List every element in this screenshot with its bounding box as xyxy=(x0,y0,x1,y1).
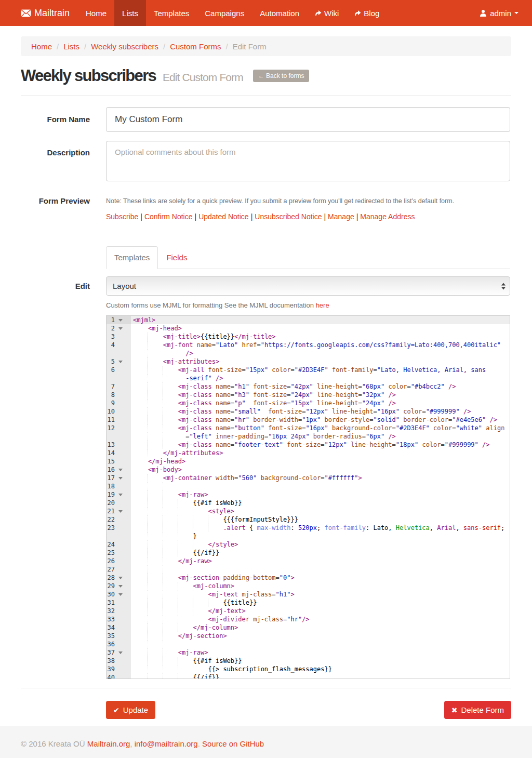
back-arrow-icon: ← xyxy=(258,72,266,79)
forward-icon xyxy=(354,10,361,16)
footer-link-info-mailtrain-org[interactable]: info@mailtrain.org xyxy=(135,739,198,748)
back-to-forms-button[interactable]: ← Back to forms xyxy=(253,70,310,82)
code-line-24: 24 </style> xyxy=(107,540,510,549)
breadcrumb-current: Edit Form xyxy=(233,42,267,51)
code-line-25: 25 {{/if}} xyxy=(107,549,510,557)
code-line-12: 12 <mj-class name="button" font-size="16… xyxy=(107,424,510,432)
select-arrows-icon xyxy=(501,283,506,289)
code-line-32: 32 </mj-text> xyxy=(107,607,510,615)
description-label: Description xyxy=(21,141,98,183)
code-line-6: 6 <mj-all font-size="15px" color="#2D3E4… xyxy=(107,366,510,374)
nav-item-home[interactable]: Home xyxy=(78,0,114,26)
forward-icon xyxy=(315,10,322,16)
code-line-5: 5 <mj-attributes> xyxy=(107,357,510,366)
edit-label: Edit xyxy=(21,276,98,679)
x-icon: ✖ xyxy=(451,706,458,714)
user-label: admin xyxy=(490,9,511,18)
code-line-11: 11 <mj-class name="hr" border-width="1px… xyxy=(107,416,510,424)
code-line-35: 35 </mj-section> xyxy=(107,632,510,640)
code-line-28: 28 <mj-section padding-bottom="0"> xyxy=(107,574,510,582)
tab-fields[interactable]: Fields xyxy=(158,246,195,269)
code-line-23: 23 .alert { max-width: 520px; font-famil… xyxy=(107,524,510,532)
code-line-wrap: ="left" inner-padding="16px 24px" border… xyxy=(107,432,510,441)
update-button[interactable]: ✔ Update xyxy=(106,701,155,719)
delete-form-button[interactable]: ✖ Delete Form xyxy=(444,701,511,719)
breadcrumb: Home/Lists/Weekly subscribers/Custom For… xyxy=(21,36,511,56)
code-line-22: 22 {{{formInputStyle}}} xyxy=(107,515,510,524)
nav-item-campaigns[interactable]: Campaigns xyxy=(197,0,252,26)
code-line-17: 17 <mj-container width="560" background-… xyxy=(107,474,510,482)
code-line-40: 40 {{/if}} xyxy=(107,673,510,679)
form-name-input[interactable] xyxy=(106,107,510,132)
description-textarea[interactable] xyxy=(106,141,510,181)
mjml-help-text: Custom forms use MJML for formatting See… xyxy=(106,301,510,309)
breadcrumb-custom-forms[interactable]: Custom Forms xyxy=(170,42,221,51)
form-name-label: Form Name xyxy=(21,107,98,132)
code-line-7: 7 <mj-class name="h1" font-size="42px" l… xyxy=(107,382,510,391)
code-line-10: 10 <mj-class name="small" font-size="12p… xyxy=(107,407,510,416)
code-line-16: 16 <mj-body> xyxy=(107,466,510,474)
code-line-38: 38 {{#if isWeb}} xyxy=(107,657,510,665)
code-line-31: 31 {{title}} xyxy=(107,599,510,607)
edit-template-select[interactable]: Layout xyxy=(106,276,510,296)
breadcrumb-lists[interactable]: Lists xyxy=(63,42,79,51)
bottom-divider xyxy=(21,688,511,688)
check-icon: ✔ xyxy=(113,706,119,714)
code-line-9: 9 <mj-class name="p" font-size="15px" li… xyxy=(107,399,510,407)
nav-item-lists[interactable]: Lists xyxy=(114,0,146,26)
code-line-4: 4 <mj-font name="Lato" href="https://fon… xyxy=(107,341,510,349)
code-line-36: 36 xyxy=(107,640,510,648)
brand[interactable]: Mailtrain xyxy=(21,0,70,26)
navbar: Mailtrain HomeListsTemplatesCampaignsAut… xyxy=(0,0,532,26)
preview-note: Note: These links are solely for a quick… xyxy=(106,196,510,206)
user-menu[interactable]: admin xyxy=(472,0,532,26)
code-line-wrap: -serif" /> xyxy=(107,374,510,382)
code-line-30: 30 <mj-text mj-class="h1"> xyxy=(107,590,510,599)
page-subtitle: Edit Custom Form xyxy=(163,71,243,83)
code-line-26: 26 </mj-raw> xyxy=(107,557,510,565)
code-line-29: 29 <mj-column> xyxy=(107,582,510,590)
nav-item-templates[interactable]: Templates xyxy=(146,0,197,26)
breadcrumb-weekly-subscribers[interactable]: Weekly subscribers xyxy=(91,42,158,51)
code-line-3: 3 <mj-title>{{title}}</mj-title> xyxy=(107,333,510,341)
envelope-icon xyxy=(21,9,31,17)
code-line-33: 33 <mj-divider mj-class="hr"/> xyxy=(107,615,510,623)
code-line-2: 2 <mj-head> xyxy=(107,324,510,333)
breadcrumb-home[interactable]: Home xyxy=(31,42,52,51)
footer-link-source-on-github[interactable]: Source on GitHub xyxy=(202,739,264,748)
mjml-doc-link[interactable]: here xyxy=(316,301,329,309)
preview-link-manage[interactable]: Manage xyxy=(328,212,354,221)
footer-link-mailtrain-org[interactable]: Mailtrain.org xyxy=(87,739,130,748)
caret-down-icon xyxy=(514,12,518,14)
preview-link-confirm-notice[interactable]: Confirm Notice xyxy=(144,212,193,221)
code-line-39: 39 {{> subscription_flash_messages}} xyxy=(107,665,510,673)
preview-link-subscribe[interactable]: Subscribe xyxy=(106,212,138,221)
code-line-14: 14 </mj-attributes> xyxy=(107,449,510,457)
code-line-8: 8 <mj-class name="h3" font-size="24px" l… xyxy=(107,391,510,399)
code-line-13: 13 <mj-class name="footer-text" font-siz… xyxy=(107,441,510,449)
code-line-wrap: /> xyxy=(107,349,510,357)
code-line-19: 19 <mj-raw> xyxy=(107,490,510,499)
preview-link-updated-notice[interactable]: Updated Notice xyxy=(198,212,249,221)
tab-templates[interactable]: Templates xyxy=(106,246,158,269)
nav-item-automation[interactable]: Automation xyxy=(252,0,307,26)
brand-label: Mailtrain xyxy=(34,8,70,19)
code-line-1: 1<mjml> xyxy=(107,316,510,324)
select-value: Layout xyxy=(113,282,136,290)
code-line-20: 20 {{#if isWeb}} xyxy=(107,499,510,507)
footer: © 2016 Kreata OÜ Mailtrain.org, info@mai… xyxy=(0,726,532,758)
code-line-wrap: } xyxy=(107,532,510,540)
nav-item-wiki[interactable]: Wiki xyxy=(307,0,347,26)
user-icon xyxy=(480,9,487,17)
preview-link-unsubscribed-notice[interactable]: Unsubscribed Notice xyxy=(255,212,322,221)
page-title: Weekly subscribers Edit Custom Form ← Ba… xyxy=(21,67,511,87)
code-line-27: 27 xyxy=(107,565,510,574)
code-line-21: 21 <style> xyxy=(107,507,510,515)
code-editor[interactable]: 1<mjml>2 <mj-head>3 <mj-title>{{title}}<… xyxy=(106,315,510,679)
code-line-15: 15 </mj-head> xyxy=(107,457,510,466)
preview-links: Subscribe|Confirm Notice|Updated Notice|… xyxy=(106,212,510,221)
nav-item-blog[interactable]: Blog xyxy=(347,0,387,26)
code-line-37: 37 <mj-raw> xyxy=(107,648,510,657)
code-line-18: 18 xyxy=(107,482,510,490)
preview-link-manage-address[interactable]: Manage Address xyxy=(360,212,415,221)
